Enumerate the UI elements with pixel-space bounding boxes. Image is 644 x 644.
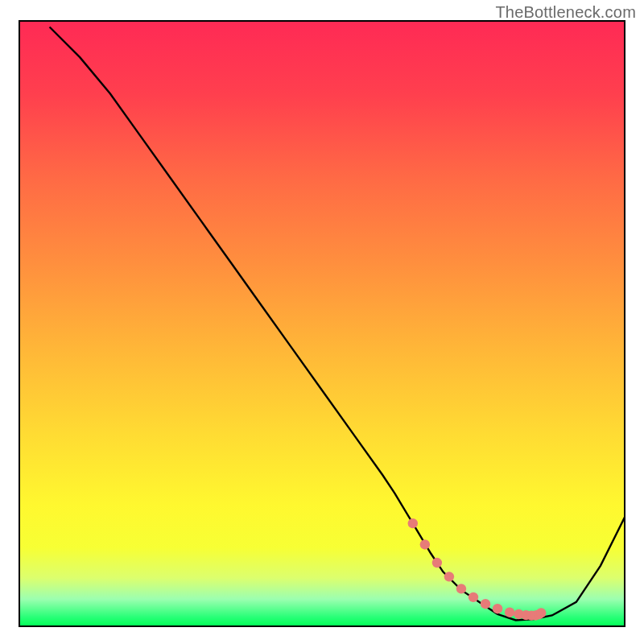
watermark-text: TheBottleneck.com [495, 3, 636, 22]
chart-root: TheBottleneck.com [0, 0, 644, 644]
optimal-marker [469, 592, 478, 602]
optimal-marker [420, 539, 430, 549]
bottleneck-chart [0, 0, 644, 644]
optimal-marker [536, 608, 546, 617]
optimal-marker [481, 599, 490, 609]
optimal-marker [432, 558, 442, 568]
optimal-marker [456, 584, 466, 593]
optimal-marker [505, 608, 514, 617]
optimal-marker [493, 604, 502, 613]
optimal-marker [444, 572, 454, 581]
gradient-background [19, 21, 625, 626]
optimal-marker [408, 518, 418, 528]
